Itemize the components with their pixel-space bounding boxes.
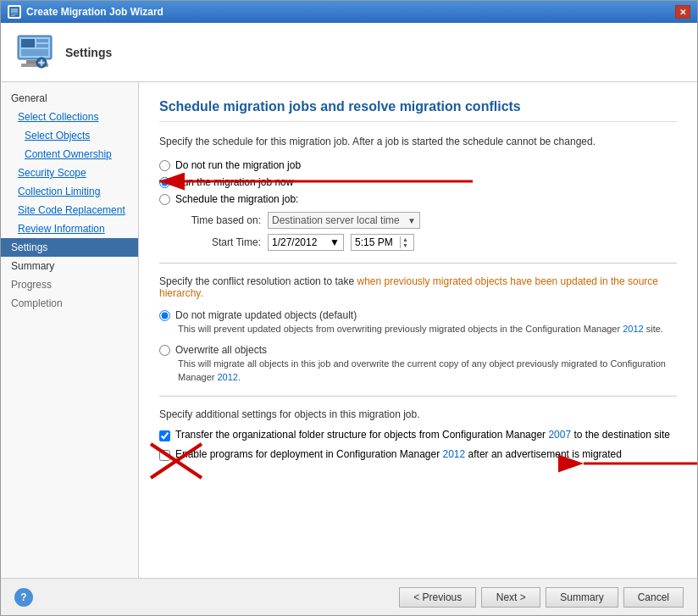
- time-based-row: Time based on: Destination server local …: [176, 212, 677, 229]
- radio-no-run[interactable]: Do not run the migration job: [159, 159, 677, 171]
- enable-programs-checkbox[interactable]: [159, 450, 170, 461]
- title-bar: Create Migration Job Wizard ✕: [1, 1, 697, 23]
- summary-button[interactable]: Summary: [546, 587, 618, 608]
- title-bar-left: Create Migration Job Wizard: [8, 5, 163, 19]
- start-time-value: 5:15 PM: [355, 236, 396, 248]
- radio-schedule-label: Schedule the migration job:: [175, 193, 298, 205]
- sidebar-item-content-ownership[interactable]: Content Ownership: [1, 145, 138, 164]
- cm2007-ref: 2007: [548, 429, 571, 441]
- radio-schedule[interactable]: Schedule the migration job:: [159, 193, 677, 205]
- svg-rect-3: [11, 15, 15, 16]
- footer: ? < Previous Next > Summary Cancel: [1, 578, 697, 615]
- cancel-button[interactable]: Cancel: [623, 587, 684, 608]
- cm2012-ref-2: 2012.: [217, 372, 241, 382]
- time-based-dropdown[interactable]: Destination server local time ▼: [268, 212, 420, 229]
- run-now-container: Run the migration job now: [159, 176, 293, 193]
- header-title: Settings: [65, 46, 112, 59]
- dropdown-arrow-icon: ▼: [407, 216, 416, 225]
- settings-icon: [14, 32, 55, 73]
- sidebar-item-review-info[interactable]: Review Information: [1, 219, 138, 238]
- conflict-overwrite-label: Overwrite all objects: [175, 344, 267, 356]
- conflict-description: Specify the conflict resolution action t…: [159, 275, 677, 299]
- close-button[interactable]: ✕: [675, 5, 690, 19]
- help-button[interactable]: ?: [14, 588, 33, 607]
- previous-button[interactable]: < Previous: [399, 587, 476, 608]
- content-area: General Select Collections Select Object…: [1, 82, 697, 578]
- conflict-overwrite-desc: This will migrate all objects in this jo…: [178, 358, 677, 384]
- radio-run-now-label: Run the migration job now: [175, 176, 293, 188]
- section-divider-1: [159, 263, 677, 264]
- sidebar-item-select-objects[interactable]: Select Objects: [1, 126, 138, 145]
- radio-no-run-input[interactable]: [159, 160, 170, 171]
- conflict-no-migrate-desc: This will prevent updated objects from o…: [178, 323, 677, 336]
- sidebar-item-collection-limiting[interactable]: Collection Limiting: [1, 182, 138, 201]
- main-content: Schedule migration jobs and resolve migr…: [139, 82, 697, 578]
- sidebar-item-security-scope[interactable]: Security Scope: [1, 164, 138, 182]
- spin-up-icon[interactable]: ▲: [402, 236, 408, 242]
- radio-run-now-input[interactable]: [159, 177, 170, 188]
- start-time-row: Start Time: 1/27/2012 ▼ 5:15 PM ▲ ▼: [176, 234, 677, 251]
- conflict-no-migrate-block: Do not migrate updated objects (default)…: [159, 309, 677, 336]
- conflict-overwrite-radio[interactable]: Overwrite all objects: [159, 344, 677, 356]
- svg-rect-1: [11, 8, 18, 13]
- cm2012-ref-1: 2012: [623, 324, 643, 334]
- cm2012-ref-3: 2012: [443, 448, 466, 460]
- wizard-icon: [8, 5, 21, 19]
- sidebar-item-progress: Progress: [1, 275, 138, 294]
- start-date-value: 1/27/2012: [272, 236, 317, 248]
- header-area: Settings: [1, 23, 697, 82]
- time-based-value: Destination server local time: [272, 214, 400, 226]
- date-dropdown-arrow-icon: ▼: [330, 236, 340, 248]
- sidebar-item-settings[interactable]: Settings: [1, 238, 138, 257]
- conflict-highlight: when previously migrated objects have be…: [159, 275, 658, 299]
- radio-run-now[interactable]: Run the migration job now: [159, 176, 293, 188]
- svg-rect-2: [11, 14, 18, 14]
- sidebar-item-site-code[interactable]: Site Code Replacement: [1, 201, 138, 219]
- conflict-overwrite-input[interactable]: [159, 345, 170, 356]
- main-window: Create Migration Job Wizard ✕ Settings: [0, 0, 698, 616]
- sidebar-item-general[interactable]: General: [1, 89, 138, 108]
- radio-schedule-input[interactable]: [159, 194, 170, 205]
- schedule-table: Time based on: Destination server local …: [176, 212, 677, 251]
- svg-rect-6: [21, 39, 35, 47]
- start-time-input[interactable]: 5:15 PM ▲ ▼: [351, 234, 414, 251]
- sidebar: General Select Collections Select Object…: [1, 82, 139, 578]
- transfer-folder-label: Transfer the organizational folder struc…: [175, 429, 670, 441]
- next-button[interactable]: Next >: [481, 587, 540, 608]
- section-divider-2: [159, 396, 677, 397]
- start-date-input[interactable]: 1/27/2012 ▼: [268, 234, 344, 251]
- footer-left: ?: [14, 588, 394, 607]
- page-title: Schedule migration jobs and resolve migr…: [159, 99, 677, 122]
- enable-programs-label: Enable programs for deployment in Config…: [175, 448, 622, 460]
- conflict-no-migrate-radio[interactable]: Do not migrate updated objects (default): [159, 309, 677, 321]
- sidebar-item-select-collections[interactable]: Select Collections: [1, 108, 138, 126]
- spin-down-icon[interactable]: ▼: [402, 242, 408, 248]
- start-time-label: Start Time:: [176, 236, 261, 248]
- window-title: Create Migration Job Wizard: [26, 6, 163, 18]
- sidebar-item-summary[interactable]: Summary: [1, 257, 138, 275]
- schedule-description: Specify the schedule for this migration …: [159, 136, 677, 147]
- time-based-label: Time based on:: [176, 214, 261, 226]
- conflict-overwrite-block: Overwrite all objects This will migrate …: [159, 344, 677, 384]
- enable-programs-container: Enable programs for deployment in Config…: [159, 448, 677, 461]
- sidebar-item-completion: Completion: [1, 294, 138, 313]
- transfer-folder-checkbox-item: Transfer the organizational folder struc…: [159, 429, 677, 441]
- schedule-radio-group: Do not run the migration job Run the mig…: [159, 159, 677, 205]
- svg-rect-8: [36, 44, 48, 47]
- time-spin-control[interactable]: ▲ ▼: [400, 236, 410, 248]
- conflict-no-migrate-label: Do not migrate updated objects (default): [175, 309, 357, 321]
- svg-rect-7: [36, 39, 48, 42]
- additional-section: Specify additional settings for objects …: [159, 408, 677, 461]
- transfer-folder-checkbox[interactable]: [159, 430, 170, 441]
- additional-description: Specify additional settings for objects …: [159, 408, 677, 420]
- conflict-no-migrate-input[interactable]: [159, 310, 170, 321]
- radio-no-run-label: Do not run the migration job: [175, 159, 301, 171]
- svg-rect-9: [21, 49, 48, 56]
- enable-programs-checkbox-item: Enable programs for deployment in Config…: [159, 448, 677, 461]
